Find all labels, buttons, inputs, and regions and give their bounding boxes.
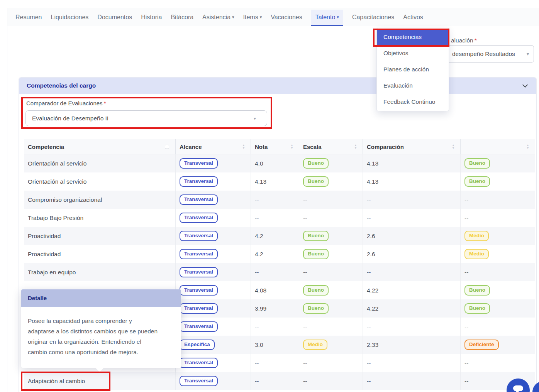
nota-cell: -- <box>251 191 299 209</box>
frame-left-border <box>7 8 7 392</box>
badge-transversal: Transversal <box>180 303 218 314</box>
sort-icon[interactable]: ▲▼ <box>526 144 529 149</box>
nota-cell: -- <box>251 209 299 227</box>
competencia-cell: Compromiso organizacional <box>24 191 176 209</box>
menu-item-feedback-continuo[interactable]: Feedback Continuo <box>377 94 449 110</box>
escala-cell: -- <box>299 354 363 372</box>
column-header-escala[interactable]: Escala ▲▼ <box>299 139 363 154</box>
escala-comparacion-cell: Medio <box>461 245 535 263</box>
tab-vacaciones[interactable]: Vacaciones <box>271 14 302 21</box>
column-label: Competencia <box>28 144 64 150</box>
top-navigation: Resumen Liquidaciones Documentos Histori… <box>7 8 539 26</box>
comparacion-cell: -- <box>363 263 461 281</box>
tab-liquidaciones[interactable]: Liquidaciones <box>51 14 88 21</box>
table-row[interactable]: Trabajo Bajo PresiónTransversal-------- <box>24 209 535 227</box>
escala-cell: -- <box>299 318 363 336</box>
badge-medio: Medio <box>303 340 327 350</box>
sort-icon[interactable]: ▲▼ <box>354 144 357 149</box>
column-header-alcance[interactable]: Alcance ▲▼ <box>176 139 251 154</box>
table-row[interactable]: Trabajo en equipoTransversal-------- <box>24 263 535 281</box>
menu-item-planes-de-accion[interactable]: Planes de acción <box>377 61 449 78</box>
comparador-label-text: Comparador de Evaluaciones <box>26 100 103 106</box>
column-header-nota[interactable]: Nota ▲▼ <box>251 139 299 154</box>
caret-down-icon: ▾ <box>337 15 339 19</box>
comparacion-cell: -- <box>363 354 461 372</box>
tab-capacitaciones[interactable]: Capacitaciones <box>352 14 394 21</box>
sort-icon[interactable]: ▲▼ <box>242 144 245 149</box>
comparacion-cell: -- <box>363 191 461 209</box>
panel-title: Competencias del cargo <box>27 82 96 89</box>
tab-label: Asistencia <box>202 14 231 20</box>
badge-deficiente: Deficiente <box>464 340 499 350</box>
column-label: Alcance <box>180 144 202 150</box>
table-row[interactable]: Orientación al servicioTransversal4.13Bu… <box>24 172 535 191</box>
badge-transversal: Transversal <box>180 285 218 296</box>
chevron-down-icon[interactable] <box>522 82 528 87</box>
alcance-cell: Transversal <box>176 354 251 372</box>
badge-transversal: Transversal <box>180 249 218 259</box>
detalle-tooltip: Detalle Posee la capacidad para comprend… <box>21 289 181 368</box>
badge-bueno: Bueno <box>303 249 329 259</box>
escala-cell: Bueno <box>299 172 363 191</box>
comparacion-cell: -- <box>363 318 461 336</box>
tab-documentos[interactable]: Documentos <box>97 14 132 21</box>
tab-talento[interactable]: Talento▾ <box>311 10 343 25</box>
tab-bitacora[interactable]: Bitácora <box>171 14 193 21</box>
escala-comparacion-cell: Medio <box>461 227 535 245</box>
competencia-cell: Proactividad <box>24 245 176 263</box>
escala-comparacion-cell: -- <box>461 263 535 281</box>
caret-down-icon: ▾ <box>254 116 256 121</box>
sort-icon[interactable]: ▲▼ <box>452 144 455 149</box>
tab-items[interactable]: Items▾ <box>243 14 262 21</box>
competencia-cell: Adaptación al cambio <box>24 372 176 390</box>
escala-cell: Bueno <box>299 245 363 263</box>
tab-resumen[interactable]: Resumen <box>15 14 42 21</box>
alcance-cell: Específica <box>176 336 251 354</box>
escala-comparacion-cell: -- <box>461 209 535 227</box>
escala-cell: Bueno <box>299 154 363 172</box>
nota-cell: 4.13 <box>251 172 299 191</box>
comparacion-cell: 2.6 <box>363 245 461 263</box>
menu-item-objetivos[interactable]: Objetivos <box>377 45 449 61</box>
panel-header[interactable]: Competencias del cargo <box>19 78 536 94</box>
escala-comparacion-cell: Bueno <box>461 172 535 191</box>
competencia-cell: Trabajo en equipo <box>24 263 176 281</box>
badge-transversal: Transversal <box>180 267 218 277</box>
badge-bueno: Bueno <box>464 176 490 187</box>
comparador-select[interactable]: Evaluación de Desempeño II ▾ <box>25 110 267 126</box>
nota-cell: -- <box>251 354 299 372</box>
tab-activos[interactable]: Activos <box>403 14 423 21</box>
checkbox-icon[interactable] <box>165 145 169 149</box>
table-row[interactable]: Adaptación al cambioTransversal-------- <box>24 372 535 390</box>
evaluacion-select[interactable]: desempeño Resultados ▾ <box>440 45 534 63</box>
badge-especifica: Específica <box>180 340 215 350</box>
column-header-empty[interactable]: ▲▼ <box>461 139 535 154</box>
caret-down-icon: ▾ <box>527 51 529 57</box>
badge-transversal: Transversal <box>180 158 218 169</box>
caret-down-icon: ▾ <box>232 15 234 19</box>
competencia-cell: Proactividad <box>24 227 176 245</box>
table-row[interactable]: ProactividadTransversal4.2Bueno2.6Medio <box>24 227 535 245</box>
table-row[interactable]: Compromiso organizacionalTransversal----… <box>24 191 535 209</box>
chat-bubble-icon <box>513 385 523 391</box>
comparacion-cell: -- <box>363 372 461 390</box>
column-header-competencia[interactable]: Competencia <box>24 139 176 154</box>
required-asterisk: * <box>475 37 477 44</box>
nota-cell: -- <box>251 318 299 336</box>
menu-item-competencias[interactable]: Competencias <box>377 29 449 45</box>
tab-asistencia[interactable]: Asistencia▾ <box>202 14 234 21</box>
badge-transversal: Transversal <box>180 194 218 205</box>
column-header-comparacion[interactable]: Comparación ▲▼ <box>363 139 461 154</box>
caret-down-icon: ▾ <box>260 15 262 19</box>
table-row[interactable]: ProactividadTransversal4.2Bueno2.6Medio <box>24 245 535 263</box>
badge-transversal: Transversal <box>180 176 218 187</box>
table-row[interactable]: Orientación al servicioTransversal4.0Bue… <box>24 154 535 172</box>
evaluacion-label: aluación* <box>451 37 477 44</box>
escala-comparacion-cell: -- <box>461 191 535 209</box>
column-label: Nota <box>255 144 268 150</box>
nota-cell: 4.0 <box>251 154 299 172</box>
menu-item-evaluacion[interactable]: Evaluación <box>377 78 449 94</box>
escala-cell: Bueno <box>299 227 363 245</box>
tab-historia[interactable]: Historia <box>141 14 162 21</box>
sort-icon[interactable]: ▲▼ <box>290 144 293 149</box>
